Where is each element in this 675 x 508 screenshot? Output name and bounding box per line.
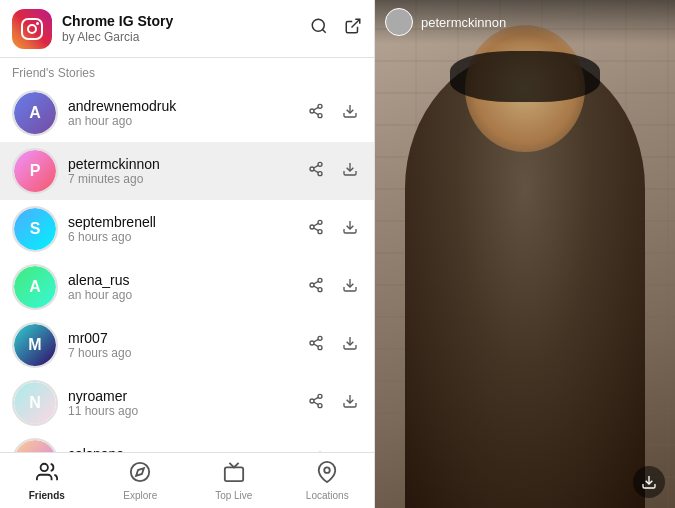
svg-line-28 [314, 281, 319, 284]
locations-icon [316, 461, 338, 488]
svg-point-38 [318, 404, 322, 408]
share-button[interactable] [304, 99, 328, 127]
svg-line-16 [314, 165, 319, 168]
section-label: Friend's Stories [0, 58, 374, 84]
app-title-block: Chrome IG Story by Alec Garcia [62, 13, 310, 44]
story-username-label: alena_rus [68, 272, 304, 288]
nav-item-top-live[interactable]: Top Live [187, 453, 281, 508]
svg-line-9 [314, 112, 319, 115]
svg-point-55 [131, 462, 149, 480]
sunglasses-area [450, 51, 600, 102]
svg-point-1 [28, 25, 36, 33]
nav-item-friends[interactable]: Friends [0, 453, 94, 508]
svg-line-21 [314, 228, 319, 231]
top-live-label: Top Live [215, 490, 252, 501]
story-item[interactable]: P petermckinnon 7 minutes ago [0, 142, 374, 200]
story-item[interactable]: N nyroamer 11 hours ago [0, 374, 374, 432]
story-username: petermckinnon [421, 15, 506, 30]
svg-point-26 [318, 288, 322, 292]
svg-point-37 [310, 399, 314, 403]
search-button[interactable] [310, 17, 328, 40]
share-button[interactable] [304, 273, 328, 301]
download-button[interactable] [338, 215, 362, 243]
avatar: P [12, 148, 58, 194]
download-button[interactable] [338, 331, 362, 359]
story-time: an hour ago [68, 114, 304, 128]
svg-point-6 [318, 104, 322, 108]
avatar: C [12, 438, 58, 452]
avatar-image: S [14, 208, 56, 250]
share-button[interactable] [304, 389, 328, 417]
video-download-button[interactable] [633, 466, 665, 498]
avatar-image: M [14, 324, 56, 366]
friends-label: Friends [29, 490, 65, 501]
download-button[interactable] [338, 273, 362, 301]
share-button[interactable] [304, 157, 328, 185]
app-header: Chrome IG Story by Alec Garcia [0, 0, 374, 58]
left-panel: Chrome IG Story by Alec Garcia Friend's … [0, 0, 375, 508]
story-info: petermckinnon 7 minutes ago [68, 156, 304, 186]
download-button[interactable] [338, 157, 362, 185]
download-button[interactable] [338, 99, 362, 127]
story-actions [304, 389, 362, 417]
locations-label: Locations [306, 490, 349, 501]
avatar: A [12, 264, 58, 310]
svg-line-40 [314, 397, 319, 400]
story-item[interactable]: A alena_rus an hour ago [0, 258, 374, 316]
external-link-button[interactable] [344, 17, 362, 40]
download-button[interactable] [338, 389, 362, 417]
svg-line-33 [314, 344, 319, 347]
svg-rect-57 [225, 467, 243, 481]
svg-line-34 [314, 339, 319, 342]
avatar-image: A [14, 266, 56, 308]
story-actions [304, 215, 362, 243]
svg-rect-0 [22, 19, 42, 39]
story-actions [304, 273, 362, 301]
story-list: A andrewnemodruk an hour ago [0, 84, 374, 452]
avatar: S [12, 206, 58, 252]
share-button[interactable] [304, 215, 328, 243]
svg-point-18 [318, 220, 322, 224]
svg-point-12 [318, 162, 322, 166]
top-live-icon [223, 461, 245, 488]
story-time: an hour ago [68, 288, 304, 302]
avatar-image: A [14, 92, 56, 134]
story-time: 7 hours ago [68, 346, 304, 360]
svg-point-32 [318, 346, 322, 350]
story-info: mr007 7 hours ago [68, 330, 304, 360]
header-actions [310, 17, 362, 40]
story-username-label: nyroamer [68, 388, 304, 404]
svg-point-30 [318, 336, 322, 340]
story-item[interactable]: S septembrenell 6 hours ago [0, 200, 374, 258]
story-time: 11 hours ago [68, 404, 304, 418]
avatar: A [12, 90, 58, 136]
svg-line-39 [314, 402, 319, 405]
story-user-bar: petermckinnon [375, 0, 675, 44]
story-item[interactable]: A andrewnemodruk an hour ago [0, 84, 374, 142]
share-button[interactable] [304, 331, 328, 359]
story-info: septembrenell 6 hours ago [68, 214, 304, 244]
nav-item-explore[interactable]: Explore [94, 453, 188, 508]
story-item[interactable]: C calsnape 12 hours ago [0, 432, 374, 452]
svg-point-54 [40, 463, 47, 470]
svg-line-10 [314, 107, 319, 110]
avatar-image: C [14, 440, 56, 452]
avatar: M [12, 322, 58, 368]
story-username-label: petermckinnon [68, 156, 304, 172]
svg-point-24 [318, 278, 322, 282]
story-item[interactable]: M mr007 7 hours ago [0, 316, 374, 374]
svg-point-14 [318, 172, 322, 176]
story-actions [304, 99, 362, 127]
svg-marker-56 [136, 468, 144, 476]
nav-item-locations[interactable]: Locations [281, 453, 375, 508]
svg-point-19 [310, 225, 314, 229]
avatar-image: P [14, 150, 56, 192]
svg-line-27 [314, 286, 319, 289]
svg-point-3 [312, 19, 324, 31]
svg-point-20 [318, 230, 322, 234]
svg-point-7 [310, 109, 314, 113]
story-username-label: septembrenell [68, 214, 304, 230]
story-username-label: andrewnemodruk [68, 98, 304, 114]
svg-line-22 [314, 223, 319, 226]
app-logo [12, 9, 52, 49]
